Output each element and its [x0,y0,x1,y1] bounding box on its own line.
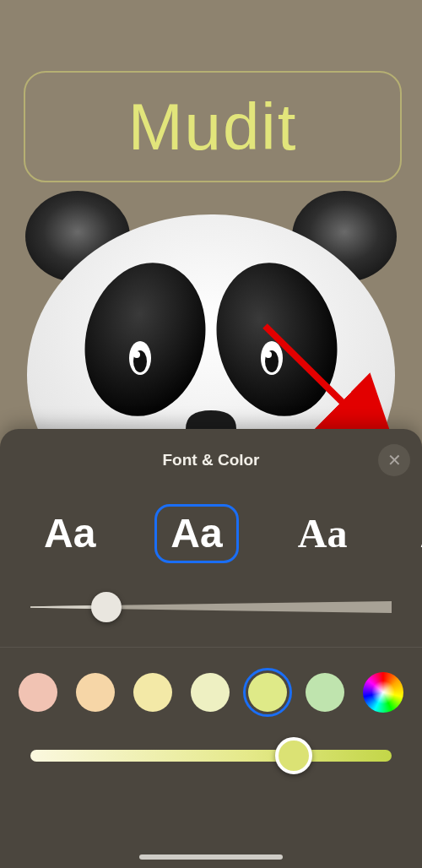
font-picker-row[interactable]: AaAaAaAa [0,495,422,572]
font-option-sans[interactable]: Aa [30,507,109,561]
font-weight-slider[interactable] [30,594,392,620]
svg-point-10 [265,351,272,358]
color-swatch-chartreuse[interactable] [248,673,287,712]
color-swatch-apricot[interactable] [76,673,115,712]
home-indicator[interactable] [139,854,283,860]
color-swatch-peach[interactable] [19,673,57,712]
divider [0,647,422,648]
font-option-round[interactable]: Aa [154,504,238,563]
color-swatch-pale-yellow[interactable] [191,673,230,712]
slider-thumb[interactable] [91,592,122,622]
close-button[interactable]: ✕ [378,444,410,476]
shade-slider[interactable] [30,743,392,768]
font-option-cond[interactable]: Aa [406,507,422,561]
color-swatch-mint[interactable] [306,673,344,712]
name-input-box[interactable]: Mudit [24,71,402,182]
slider-thumb[interactable] [275,737,312,774]
color-picker-row[interactable] [0,667,422,718]
close-icon: ✕ [387,450,402,470]
name-text: Mudit [128,89,298,165]
font-color-panel: Font & Color ✕ AaAaAaAa [0,429,422,868]
color-swatch-butter[interactable] [133,673,172,712]
svg-point-9 [133,351,140,358]
panel-title: Font & Color [0,451,422,469]
color-wheel-button[interactable] [363,672,403,713]
font-option-serif[interactable]: Aa [284,507,361,561]
